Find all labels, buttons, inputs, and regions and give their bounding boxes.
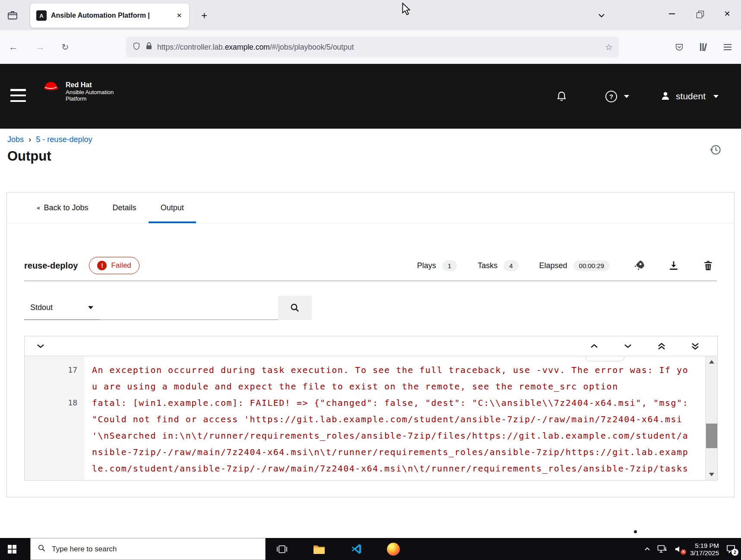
status-badge: ! Failed <box>89 257 139 274</box>
download-icon[interactable] <box>665 257 682 274</box>
scroll-previous-icon[interactable] <box>590 344 598 348</box>
job-tabs: ◂ Back to Jobs Details Output <box>7 193 734 223</box>
output-filter-row: Stdout <box>24 296 734 320</box>
collapse-all-chevron-icon[interactable] <box>37 344 44 348</box>
system-tray: ✕ 5:19 PM 3/17/2025 2 <box>637 538 741 560</box>
exclamation-circle-icon: ! <box>97 261 107 270</box>
scroll-next-icon[interactable] <box>624 344 632 348</box>
tabs-dropdown-icon[interactable] <box>592 6 611 25</box>
clipped-timestamp-badge <box>585 356 625 361</box>
browser-toolbar: ← → ↻ https://controller.lab.example.com… <box>0 30 741 64</box>
browser-tab-strip: A Ansible Automation Platform | ✕ + ✕ <box>0 0 741 30</box>
elapsed-badge: 00:00:29 <box>573 260 610 271</box>
user-menu[interactable]: student <box>660 91 719 102</box>
brand-line2: Ansible Automation <box>66 89 114 95</box>
window-minimize-button[interactable] <box>658 0 686 28</box>
page-header: Jobs › 5 - reuse-deploy Output <box>0 129 741 192</box>
forward-button[interactable]: → <box>31 38 49 56</box>
chevron-down-icon <box>88 306 93 309</box>
breadcrumb-current-link[interactable]: 5 - reuse-deploy <box>36 135 92 144</box>
tray-chevron-up-icon[interactable] <box>644 547 650 551</box>
window-close-button[interactable]: ✕ <box>713 0 741 28</box>
start-button[interactable] <box>0 538 24 560</box>
network-icon[interactable] <box>657 545 668 553</box>
nav-toggle-hamburger-icon[interactable] <box>10 88 28 103</box>
relaunch-rocket-icon[interactable] <box>630 257 648 274</box>
history-icon[interactable] <box>706 141 725 159</box>
tray-date: 3/17/2025 <box>690 549 719 557</box>
scrollbar-thumb[interactable] <box>706 424 717 448</box>
log-line: nsible-7zip/-/raw/main/7z2404-x64.msi\n\… <box>25 444 705 460</box>
user-icon <box>660 91 671 102</box>
new-tab-button[interactable]: + <box>195 6 213 25</box>
brand-line3: Platform <box>66 95 114 102</box>
tray-time: 5:19 PM <box>690 542 719 549</box>
app-masthead: Red Hat Ansible Automation Platform ? st… <box>0 64 741 129</box>
url-text: https://controller.lab.example.com/#/job… <box>157 43 600 52</box>
vscode-icon[interactable] <box>338 538 375 560</box>
file-explorer-icon[interactable] <box>301 538 338 560</box>
tasks-stat: Tasks 4 <box>478 260 518 271</box>
log-filler <box>25 477 705 480</box>
tab-output[interactable]: Output <box>149 193 196 223</box>
taskbar-search-input[interactable] <box>52 545 233 554</box>
clipped-log-row <box>25 356 705 362</box>
plays-stat: Plays 1 <box>417 260 457 271</box>
volume-icon[interactable]: ✕ <box>674 545 683 553</box>
action-center-icon[interactable]: 2 <box>726 544 736 554</box>
help-menu[interactable]: ? <box>605 91 629 102</box>
reload-button[interactable]: ↻ <box>56 38 74 56</box>
output-search-input[interactable] <box>100 296 278 320</box>
breadcrumb-jobs-link[interactable]: Jobs <box>7 135 24 144</box>
tracking-shield-icon[interactable] <box>132 41 141 53</box>
windows-logo-icon <box>8 545 16 554</box>
scroll-bottom-icon[interactable] <box>691 342 699 350</box>
search-icon <box>38 544 46 554</box>
brand-line1: Red Hat <box>66 81 114 89</box>
taskbar-apps <box>263 538 412 560</box>
tab-close-icon[interactable]: ✕ <box>174 10 185 21</box>
output-log-area: 17An exception occurred during task exec… <box>25 356 717 480</box>
restore-icon <box>697 11 703 17</box>
search-button[interactable] <box>278 296 312 320</box>
log-line: "Could not find or access 'https://git.l… <box>25 411 705 427</box>
job-name: reuse-deploy <box>24 261 78 271</box>
browser-tab[interactable]: A Ansible Automation Platform | ✕ <box>30 3 189 28</box>
page-title: Output <box>7 149 741 164</box>
tab-back-to-jobs[interactable]: ◂ Back to Jobs <box>24 193 101 223</box>
log-scrollbar[interactable] <box>705 356 717 480</box>
back-button[interactable]: ← <box>4 38 22 56</box>
mouse-cursor <box>402 3 412 17</box>
firefox-view-icon[interactable] <box>3 6 22 24</box>
chevron-down-icon <box>624 95 629 98</box>
windows-taskbar: ✕ 5:19 PM 3/17/2025 2 <box>0 538 741 560</box>
notifications-bell-icon[interactable] <box>556 91 567 102</box>
scrollbar-up-icon[interactable] <box>706 356 717 367</box>
lock-icon[interactable] <box>146 42 152 52</box>
tab-details[interactable]: Details <box>101 193 149 223</box>
menu-icon[interactable] <box>719 38 737 56</box>
elapsed-stat: Elapsed 00:00:29 <box>539 260 610 271</box>
brand: Red Hat Ansible Automation Platform <box>41 79 114 102</box>
breadcrumb-separator: › <box>28 135 31 144</box>
library-icon[interactable] <box>694 38 712 56</box>
firefox-icon[interactable] <box>375 538 412 560</box>
pocket-icon[interactable] <box>670 38 688 56</box>
bookmark-star-icon[interactable]: ☆ <box>605 42 613 52</box>
breadcrumb: Jobs › 5 - reuse-deploy <box>7 135 741 144</box>
minimize-icon <box>669 13 675 14</box>
tray-clock[interactable]: 5:19 PM 3/17/2025 <box>690 542 719 557</box>
address-bar[interactable]: https://controller.lab.example.com/#/job… <box>126 37 619 57</box>
stdout-filter-select[interactable]: Stdout <box>24 296 100 320</box>
angle-left-icon: ◂ <box>36 204 40 212</box>
window-restore-button[interactable] <box>686 0 713 28</box>
task-view-icon[interactable] <box>263 538 301 560</box>
scroll-top-icon[interactable] <box>658 342 665 350</box>
scrollbar-down-icon[interactable] <box>706 469 717 480</box>
taskbar-search[interactable] <box>30 538 266 560</box>
window-controls: ✕ <box>658 0 741 28</box>
trash-icon[interactable] <box>700 257 717 274</box>
plays-count-badge: 1 <box>442 260 457 271</box>
output-log-toolbar <box>25 336 717 356</box>
log-line: u are using a module and expect the file… <box>25 378 705 395</box>
